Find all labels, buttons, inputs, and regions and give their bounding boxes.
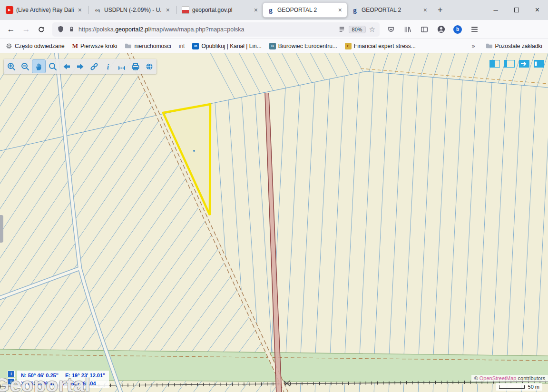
bookmark-label: Często odwiedzane xyxy=(15,43,65,49)
zoom-out-button[interactable] xyxy=(19,60,31,73)
printer-icon xyxy=(131,62,140,71)
library-icon xyxy=(403,25,412,34)
url-text[interactable]: https://polska.geoportal2.pl/map/www/map… xyxy=(78,26,335,33)
bookmark-folder-nieruchomosci[interactable]: nieruchomosci xyxy=(125,43,171,49)
bookmark-other-folder[interactable]: Pozostałe zakładki xyxy=(486,43,542,49)
tab-usdpln[interactable]: oq USDPLN (-2.09%) - U.S. D × xyxy=(90,2,175,18)
new-tab-button[interactable]: + xyxy=(438,5,443,15)
stooq-favicon: oq xyxy=(94,6,101,14)
map-attribution: © OpenStreetMap contributors xyxy=(471,375,548,382)
left-panel-icon[interactable] xyxy=(504,60,515,68)
print-button[interactable] xyxy=(129,60,142,73)
identify-button[interactable]: i xyxy=(101,60,114,73)
back-button[interactable]: ← xyxy=(4,22,18,37)
pan-hand-icon xyxy=(34,62,44,71)
scale-line xyxy=(499,385,525,389)
bookmark-biurowiec[interactable]: B Biurowiec Eurocentru... xyxy=(269,43,337,49)
youtube-favicon: ▶ xyxy=(6,6,13,14)
url-path: /map/www/mapa.php?mapa=polska xyxy=(149,26,244,33)
tab-separator xyxy=(176,6,176,14)
tab-bar: ▶ (Live Archive) Ray Dalio: × oq USDPLN … xyxy=(0,0,548,20)
copyright-symbol: © xyxy=(474,375,478,381)
url-bar[interactable]: https://polska.geoportal2.pl/map/www/map… xyxy=(52,22,380,37)
previous-view-button[interactable] xyxy=(60,60,73,73)
arrow-right-icon xyxy=(76,62,85,71)
pan-button[interactable] xyxy=(32,60,45,73)
geoportal-gov-favicon xyxy=(182,6,189,14)
toolbar-right-icons: b xyxy=(384,23,481,36)
bookmark-label: Pozostałe zakładki xyxy=(495,43,542,49)
measure-button[interactable] xyxy=(115,60,128,73)
bookmark-label: Opublikuj | Kanał | Lin... xyxy=(201,43,261,49)
sidebar-toggle-button[interactable] xyxy=(418,23,431,36)
folder-icon xyxy=(125,43,132,49)
tab-close-icon[interactable]: × xyxy=(165,7,171,13)
linkedin-icon: in xyxy=(192,43,199,49)
tab-label: geoportal.gov.pl xyxy=(192,7,250,13)
forward-button[interactable]: → xyxy=(19,22,33,37)
tracking-shield-icon[interactable] xyxy=(57,25,65,33)
account-button[interactable] xyxy=(434,23,448,36)
folder-icon xyxy=(486,43,493,49)
bookmark-frequent[interactable]: Często odwiedzane xyxy=(6,43,65,49)
osm-link[interactable]: OpenStreetMap xyxy=(480,375,517,381)
lock-icon xyxy=(68,26,75,33)
zoom-in-button[interactable] xyxy=(5,60,18,73)
tab-close-icon[interactable]: × xyxy=(77,7,83,13)
bookmark-star-icon[interactable]: ☆ xyxy=(369,25,375,34)
bookmark-label: Financial expert stress... xyxy=(354,43,416,49)
svg-text:i: i xyxy=(107,62,109,70)
tab-label: USDPLN (-2.09%) - U.S. D xyxy=(104,7,162,13)
bookmarks-overflow-chevron[interactable]: » xyxy=(471,42,475,49)
tab-label: (Live Archive) Ray Dalio: xyxy=(16,7,74,13)
tab-geoportal2[interactable]: g GEOPORTAL 2 × xyxy=(347,2,432,18)
maximize-button[interactable] xyxy=(514,8,519,12)
library-button[interactable] xyxy=(401,23,414,36)
link-button[interactable] xyxy=(88,60,100,73)
tab-label: GEOPORTAL 2 xyxy=(277,7,334,13)
overview-map-button[interactable] xyxy=(143,60,156,73)
tab-geoportal2-active[interactable]: g GEOPORTAL 2 × xyxy=(263,2,347,18)
close-window-button[interactable]: × xyxy=(535,6,539,14)
measure-icon xyxy=(117,62,127,71)
geoportal2-favicon: g xyxy=(267,6,274,14)
minimize-button[interactable]: ─ xyxy=(493,7,498,14)
split-view-icon[interactable] xyxy=(489,60,500,68)
zoom-level-badge[interactable]: 80% xyxy=(349,26,366,33)
globe-icon xyxy=(145,62,154,71)
extension-button[interactable]: b xyxy=(451,23,464,36)
bookmark-int[interactable]: int xyxy=(179,43,185,49)
scale-bar: 50 m xyxy=(496,383,542,391)
bookmark-financial[interactable]: F Financial expert stress... xyxy=(345,43,416,49)
map-canvas[interactable]: i i ≡ N: 50° 46' 0.25"E: 19° 23' 12.01" … xyxy=(0,53,548,392)
full-panel-icon[interactable] xyxy=(534,60,544,68)
reload-icon xyxy=(38,26,45,33)
tab-youtube[interactable]: ▶ (Live Archive) Ray Dalio: × xyxy=(2,2,87,18)
sidebar-icon xyxy=(420,25,429,34)
tab-geoportal-gov[interactable]: geoportal.gov.pl × xyxy=(178,2,263,18)
tab-close-icon[interactable]: × xyxy=(422,7,428,13)
extension-badge-icon: b xyxy=(453,25,462,34)
collapse-panel-icon[interactable] xyxy=(519,60,529,68)
bookmark-pierwsze-kroki[interactable]: M Pierwsze kroki xyxy=(72,42,117,50)
cadastral-map[interactable] xyxy=(0,53,548,392)
menu-button[interactable] xyxy=(468,23,481,36)
reader-mode-icon[interactable] xyxy=(338,26,345,33)
next-view-button[interactable] xyxy=(74,60,87,73)
window-controls: ─ × xyxy=(493,6,546,14)
pocket-button[interactable] xyxy=(384,23,398,36)
hamburger-menu-icon xyxy=(470,25,479,33)
zoom-extent-button[interactable] xyxy=(46,60,59,73)
pocket-icon xyxy=(387,25,395,34)
site-favicon: B xyxy=(269,43,276,49)
sidebar-grabber[interactable] xyxy=(0,215,3,243)
geoportal-watermark: Geoportal xyxy=(0,374,91,392)
mozilla-icon: M xyxy=(72,42,78,50)
bookmark-linkedin[interactable]: in Opublikuj | Kanał | Lin... xyxy=(192,43,261,49)
navigation-bar: ← → https://polska.geoportal2.pl/map/www… xyxy=(0,20,548,39)
reload-button[interactable] xyxy=(34,22,49,37)
play-icon: ▶ xyxy=(8,8,10,12)
tab-close-icon[interactable]: × xyxy=(337,7,343,13)
bookmark-label: Biurowiec Eurocentru... xyxy=(278,43,337,49)
tab-close-icon[interactable]: × xyxy=(253,7,259,13)
